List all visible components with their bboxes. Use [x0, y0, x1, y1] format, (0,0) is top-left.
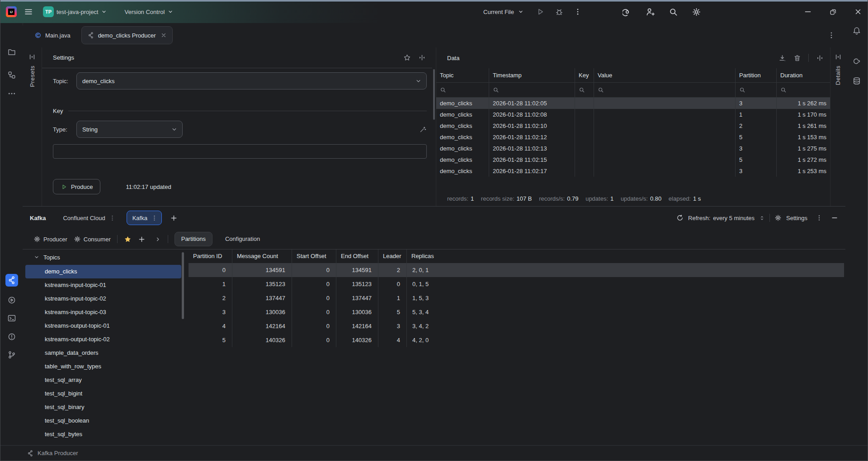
partition-row[interactable]: 2137447013744711, 5, 3: [189, 291, 844, 305]
hide-tool-window-button[interactable]: [831, 214, 838, 221]
kafka-tool-button[interactable]: [5, 274, 18, 287]
topics-root-node[interactable]: Topics: [23, 249, 185, 265]
new-consumer-button[interactable]: Consumer: [74, 235, 111, 243]
partition-row[interactable]: 1135123013512300, 1, 5: [189, 277, 844, 291]
presets-strip-label[interactable]: Presets: [29, 66, 36, 87]
partition-row[interactable]: 0134591013459122, 0, 1: [189, 263, 844, 277]
chevron-right-icon[interactable]: [155, 236, 161, 243]
topic-item[interactable]: kstreams-output-topic-01: [25, 319, 181, 333]
topic-item[interactable]: kstreams-input-topic-02: [25, 292, 181, 306]
details-panel-icon[interactable]: [834, 53, 842, 61]
column-header[interactable]: Key: [575, 68, 594, 83]
topic-item[interactable]: kstreams-input-topic-03: [25, 306, 181, 319]
record-row[interactable]: demo_clicks2026-01-28 11:02:0531 s 262 m…: [436, 98, 830, 109]
new-producer-button[interactable]: Producer: [33, 235, 67, 243]
column-header[interactable]: Start Offset: [292, 249, 336, 263]
notifications-button[interactable]: [850, 24, 863, 37]
run-button[interactable]: [536, 7, 545, 16]
structure-tool-button[interactable]: [5, 69, 18, 81]
topic-item[interactable]: demo_clicks: [25, 265, 181, 278]
record-row[interactable]: demo_clicks2026-01-28 11:02:0811 s 170 m…: [436, 109, 830, 120]
partition-row[interactable]: 4142164014216433, 4, 2: [189, 319, 844, 333]
version-control-tool-button[interactable]: [5, 348, 18, 361]
key-type-combobox[interactable]: String: [76, 121, 183, 138]
record-row[interactable]: demo_clicks2026-01-28 11:02:1331 s 275 m…: [436, 143, 830, 154]
tool-window-options-button[interactable]: [816, 214, 823, 221]
topic-item[interactable]: test_sql_boolean: [25, 414, 181, 428]
close-window-button[interactable]: [854, 8, 862, 16]
add-button[interactable]: [138, 235, 146, 243]
database-tool-button[interactable]: [850, 75, 863, 87]
topic-item[interactable]: test_sql_bytes: [25, 428, 181, 441]
connection-tab-confluent[interactable]: Confluent Cloud: [61, 215, 117, 221]
collapse-panel-icon[interactable]: [418, 54, 426, 61]
column-header[interactable]: Value: [594, 68, 736, 83]
code-with-me-button[interactable]: [646, 7, 655, 17]
topic-item[interactable]: test_sql_bigint: [25, 387, 181, 400]
topics-scrollbar[interactable]: [182, 252, 184, 319]
record-row[interactable]: demo_clicks2026-01-28 11:02:1251 s 153 m…: [436, 132, 830, 143]
record-row[interactable]: demo_clicks2026-01-28 11:02:1551 s 272 m…: [436, 154, 830, 165]
run-configuration-widget[interactable]: Current File: [481, 7, 526, 17]
topic-combobox[interactable]: demo_clicks: [76, 72, 427, 89]
record-row[interactable]: demo_clicks2026-01-28 11:02:1731 s 253 m…: [436, 165, 830, 177]
status-text[interactable]: Kafka Producer: [38, 450, 78, 456]
problems-tool-button[interactable]: [5, 330, 18, 343]
produce-button[interactable]: Produce: [53, 179, 100, 194]
settings-gear-button[interactable]: [692, 7, 701, 17]
spinner-arrows-icon[interactable]: [759, 215, 765, 221]
column-header[interactable]: Message Count: [232, 249, 292, 263]
column-header[interactable]: Duration: [777, 68, 830, 83]
key-value-input[interactable]: [53, 144, 427, 159]
topic-item[interactable]: kstreams-output-topic-02: [25, 333, 181, 346]
column-filter[interactable]: [777, 83, 830, 98]
settings-scrollbar[interactable]: [433, 69, 435, 120]
refresh-icon[interactable]: [676, 214, 684, 221]
tab-producer[interactable]: demo_clicks Producer: [81, 26, 173, 44]
ai-assistant-button[interactable]: [623, 7, 632, 17]
column-header[interactable]: Partition ID: [189, 249, 232, 263]
kafka-settings-button[interactable]: Settings: [786, 215, 807, 221]
column-header[interactable]: Replicas: [407, 249, 844, 263]
column-header[interactable]: Partition: [736, 68, 777, 83]
column-filter[interactable]: [489, 83, 575, 98]
presets-panel-icon[interactable]: [28, 53, 36, 61]
details-strip-label[interactable]: Details: [835, 66, 841, 85]
export-download-icon[interactable]: [778, 54, 786, 62]
more-actions-button[interactable]: [574, 8, 582, 16]
services-tool-button[interactable]: [5, 294, 18, 306]
column-filter[interactable]: [594, 83, 736, 98]
column-filter[interactable]: [575, 83, 594, 98]
partition-row[interactable]: 3130036013003655, 3, 4: [189, 305, 844, 319]
tab-main-java[interactable]: Main.java: [34, 32, 71, 39]
tab-configuration[interactable]: Configuration: [219, 232, 266, 246]
connection-tab-kafka[interactable]: Kafka: [127, 211, 162, 225]
close-tab-icon[interactable]: [160, 32, 167, 38]
add-connection-button[interactable]: [170, 214, 178, 222]
vcs-widget[interactable]: Version Control: [122, 6, 176, 18]
main-menu-button[interactable]: [21, 5, 36, 19]
refresh-interval-select[interactable]: every 5 minutes: [713, 215, 755, 221]
generate-value-wand-icon[interactable]: [419, 126, 427, 133]
minimize-window-button[interactable]: [804, 8, 812, 16]
project-tool-button[interactable]: [5, 46, 18, 58]
topic-item[interactable]: table_with_row_types: [25, 360, 181, 373]
partition-row[interactable]: 5140326014032644, 2, 0: [189, 333, 844, 347]
favorites-star-icon[interactable]: [124, 235, 132, 243]
topic-item[interactable]: sample_data_orders: [25, 346, 181, 360]
column-header[interactable]: Timestamp: [489, 68, 575, 83]
remote-tool-button[interactable]: [850, 55, 863, 67]
tab-options-icon[interactable]: [109, 215, 116, 221]
more-tool-windows-button[interactable]: [5, 87, 18, 100]
project-widget[interactable]: TP test-java-project: [40, 4, 110, 20]
column-header[interactable]: Leader: [378, 249, 407, 263]
topic-item[interactable]: kstreams-input-topic-01: [25, 278, 181, 292]
column-filter[interactable]: [436, 83, 489, 98]
restore-window-button[interactable]: [829, 8, 837, 16]
tab-options-icon[interactable]: [151, 215, 158, 221]
terminal-tool-button[interactable]: [5, 312, 18, 325]
clear-trash-icon[interactable]: [793, 54, 801, 62]
collapse-panel-icon[interactable]: [816, 54, 824, 62]
record-row[interactable]: demo_clicks2026-01-28 11:02:1021 s 261 m…: [436, 120, 830, 132]
search-everywhere-button[interactable]: [669, 7, 678, 17]
